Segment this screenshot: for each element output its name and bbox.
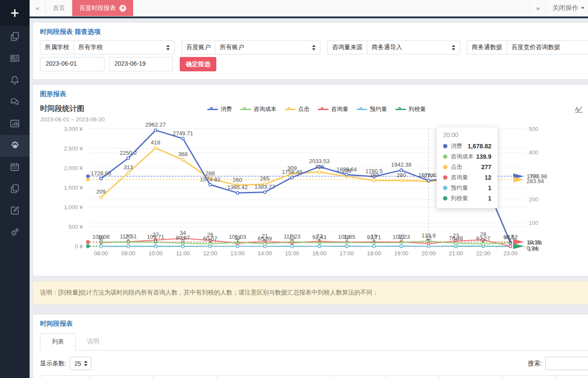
svg-text:16:00: 16:00 <box>312 250 327 257</box>
sidebar-item-bar-chart[interactable] <box>0 113 30 135</box>
date-to-input[interactable]: 2023-06-19 <box>109 57 173 71</box>
sidebar-add-button[interactable] <box>0 0 30 26</box>
sidebar-item-newspaper[interactable] <box>0 48 30 70</box>
chart-area: 时间段统计图 2023-06-01 – 2023-06-20 消费咨询成本点击咨… <box>33 100 588 276</box>
tooltip-row-咨询量: 咨询量12 <box>443 172 491 183</box>
svg-text:18:00: 18:00 <box>367 250 381 257</box>
column-header-到校量[interactable]: 到校量 <box>386 376 439 378</box>
svg-text:1942.38: 1942.38 <box>391 161 411 168</box>
filter-select[interactable]: 百度竞价咨询数据 <box>507 40 588 54</box>
svg-text:313: 313 <box>124 164 133 171</box>
tooltip-row-预约量: 预约量1 <box>443 183 491 193</box>
column-header-咨询量[interactable]: 咨询量 <box>280 376 333 378</box>
table-panel-title: 时间段报表 <box>40 320 73 328</box>
svg-text:21:00: 21:00 <box>449 250 463 257</box>
svg-text:400: 400 <box>529 149 538 156</box>
svg-text:2,500 ¥: 2,500 ¥ <box>64 145 83 152</box>
apply-filter-button[interactable]: 确定筛选 <box>180 57 216 71</box>
svg-text:2: 2 <box>454 237 457 244</box>
column-header-时间段[interactable]: 时间段 <box>40 376 89 378</box>
table-tab-说明[interactable]: 说明 <box>76 333 111 351</box>
column-header-展现合计[interactable]: 展现合计 <box>153 376 216 378</box>
close-operations-dropdown[interactable]: 关闭操作 <box>546 0 588 16</box>
column-header-咨询率[interactable]: 咨询率 <box>503 376 556 378</box>
filter-group-1: 百度账户所有账户 <box>181 40 320 54</box>
svg-text:22:00: 22:00 <box>476 250 491 257</box>
filter-select[interactable]: 所有学校 <box>74 40 175 54</box>
svg-text:14:00: 14:00 <box>258 250 272 257</box>
main-area: « 首页 百度时段报表 × » 关闭操作 退出 <box>30 0 588 378</box>
filter-group-2: 咨询量来源商务通导入 <box>327 40 460 54</box>
note-bar: 说明：[到校量]统计方法为该时间段内所有咨询人数，其中有到校的人数；请注意区别与… <box>33 281 588 304</box>
svg-text:277: 277 <box>424 173 433 179</box>
table-panel: 时间段报表 列表说明 显示条数: 25 搜索: <box>33 314 588 378</box>
svg-text:2,000 ¥: 2,000 ¥ <box>64 165 83 171</box>
svg-text:13:00: 13:00 <box>230 250 245 257</box>
svg-text:316: 316 <box>315 164 324 170</box>
svg-text:2749.71: 2749.71 <box>173 130 193 137</box>
svg-text:09:00: 09:00 <box>121 250 135 257</box>
svg-text:0: 0 <box>290 238 293 244</box>
column-header-消费合计[interactable]: 消费合计 <box>89 376 152 378</box>
svg-text:298: 298 <box>342 167 352 174</box>
sidebar-item-gears[interactable] <box>0 222 30 244</box>
svg-text:1: 1 <box>208 238 212 244</box>
tabs-scroll-left-icon[interactable]: « <box>30 0 46 16</box>
comments-icon <box>9 96 20 109</box>
calendar-icon <box>9 161 20 174</box>
select-stepper-icon <box>84 361 87 366</box>
svg-text:28: 28 <box>480 231 486 238</box>
svg-text:283.94: 283.94 <box>527 178 544 184</box>
filter-panel: 时间段报表 筛查选项 所属学校所有学校百度账户所有账户咨询量来源商务通导入商务通… <box>33 22 588 80</box>
sidebar-item-bell[interactable] <box>0 70 30 91</box>
tab-close-icon[interactable]: × <box>119 5 126 12</box>
tooltip-row-消费: 消费1,678.82 <box>443 141 491 151</box>
svg-text:10:00: 10:00 <box>148 250 163 257</box>
filter-label: 商务通数据 <box>467 40 507 54</box>
chart-panel-title: 图形报表 <box>40 90 66 98</box>
svg-text:1365.42: 1365.42 <box>227 184 248 191</box>
topbar-actions: » 关闭操作 退出 <box>530 0 588 16</box>
sidebar-item-copy[interactable] <box>0 26 30 48</box>
date-from-input[interactable]: 2023-06-01 <box>40 57 104 71</box>
tabs-scroll-right-icon[interactable]: » <box>530 0 546 16</box>
note-text: 说明：[到校量]统计方法为该时间段内所有咨询人数，其中有到校的人数；请注意区别与… <box>40 289 379 297</box>
table-tab-列表[interactable]: 列表 <box>40 333 76 351</box>
tab-baidu-time-report[interactable]: 百度时段报表 × <box>72 0 133 16</box>
paw-icon <box>9 139 21 152</box>
series-dot-icon <box>443 154 447 159</box>
column-header-预约量[interactable]: 预约量 <box>333 376 386 378</box>
gears-icon <box>9 227 20 239</box>
sidebar-item-paw[interactable] <box>0 135 30 157</box>
filter-row-selects: 所属学校所有学校百度账户所有账户咨询量来源商务通导入商务通数据百度竞价咨询数据 <box>40 40 588 54</box>
svg-text:1: 1 <box>427 238 430 244</box>
column-header-点击合计[interactable]: 点击合计 <box>216 376 280 378</box>
app-root: « 首页 百度时段报表 × » 关闭操作 退出 <box>0 0 588 378</box>
sidebar-item-calendar[interactable] <box>0 157 30 178</box>
sidebar-item-edit[interactable] <box>0 200 30 222</box>
sidebar-item-comments[interactable] <box>0 91 30 113</box>
svg-text:500 ¥: 500 ¥ <box>68 224 83 230</box>
svg-text:23:00: 23:00 <box>504 250 518 257</box>
svg-text:1728.93: 1728.93 <box>91 170 111 177</box>
copy-icon <box>9 31 20 43</box>
sidebar-item-copy[interactable] <box>0 178 30 200</box>
chart-canvas[interactable]: 3,000 ¥2,500 ¥2,000 ¥1,500 ¥1,000 ¥500 ¥… <box>33 100 581 276</box>
search-input[interactable] <box>545 357 588 370</box>
bar-chart-icon <box>9 118 20 130</box>
filter-select[interactable]: 商务通导入 <box>367 40 460 54</box>
svg-text:500: 500 <box>529 126 538 132</box>
close-operations-label: 关闭操作 <box>552 4 578 12</box>
tab-home[interactable]: 首页 <box>46 0 72 16</box>
svg-text:1: 1 <box>318 238 321 244</box>
svg-text:2: 2 <box>345 237 348 244</box>
column-header-咨询成本[interactable]: 咨询成本 <box>439 376 503 378</box>
page-size-select[interactable]: 25 <box>70 357 92 370</box>
select-stepper-icon <box>452 45 455 50</box>
topbar: « 首页 百度时段报表 × » 关闭操作 退出 <box>30 0 588 17</box>
table-header-row: 时间段消费合计展现合计点击合计咨询量预约量到校量咨询成本咨询率点击率 <box>40 376 588 378</box>
select-stepper-icon <box>312 45 316 50</box>
filter-select[interactable]: 所有账户 <box>215 40 320 54</box>
select-stepper-icon <box>166 45 170 50</box>
column-header-点击率[interactable]: 点击率 <box>556 376 588 378</box>
